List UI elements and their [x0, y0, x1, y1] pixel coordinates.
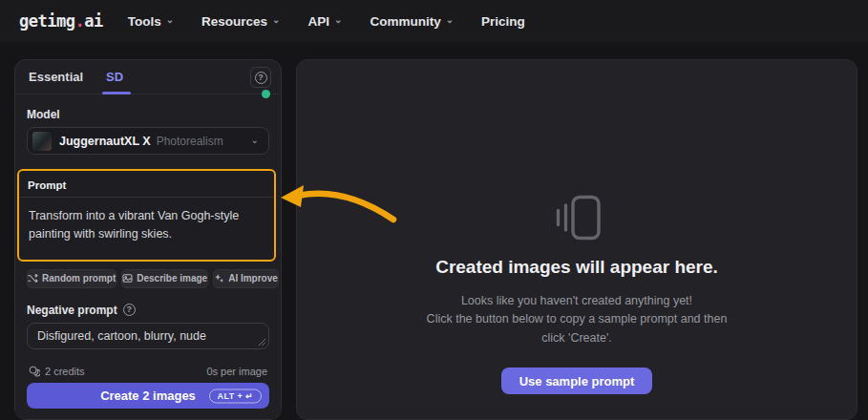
model-label: Model — [27, 108, 269, 121]
negative-prompt-label: Negative prompt — [27, 304, 117, 317]
negative-prompt-value: Disfigured, cartoon, blurry, nude — [37, 329, 206, 343]
negative-prompt-input[interactable]: Disfigured, cartoon, blurry, nude — [27, 323, 269, 349]
logo-suffix: ai — [84, 11, 102, 31]
logo-prefix: getimg — [19, 11, 74, 31]
help-icon: ? — [255, 72, 267, 84]
chevron-down-icon: ⌄ — [251, 136, 259, 145]
ai-improve-label: AI Improve — [228, 273, 278, 284]
nav-item-community[interactable]: Community ⌄ — [370, 14, 454, 29]
negative-prompt-label-row: Negative prompt ? — [27, 304, 269, 317]
tab-essential[interactable]: Essential — [29, 70, 83, 84]
chevron-down-icon: ⌄ — [334, 15, 342, 25]
use-sample-prompt-button[interactable]: Use sample prompt — [501, 368, 653, 394]
settings-tabs: Essential SD ? — [15, 60, 281, 94]
prompt-label: Prompt — [28, 179, 66, 191]
empty-state-line: click 'Create'. — [427, 329, 728, 347]
empty-state-title: Created images will appear here. — [435, 257, 718, 278]
chevron-down-icon: ⌄ — [272, 15, 280, 25]
model-thumbnail — [32, 132, 52, 151]
tab-sd[interactable]: SD — [106, 70, 123, 84]
nav-item-label: Resources — [201, 14, 267, 29]
describe-image-label: Describe image — [137, 273, 207, 284]
image-stack-icon — [552, 195, 602, 241]
nav-item-label: Community — [370, 14, 440, 29]
ai-improve-button[interactable]: AI Improve — [213, 269, 279, 288]
random-prompt-button[interactable]: Random prompt — [27, 269, 116, 288]
shuffle-icon — [28, 273, 38, 284]
empty-state-description: Looks like you haven't created anything … — [427, 292, 728, 347]
credits-info: 2 credits — [29, 366, 85, 377]
empty-state-line: Click the button below to copy a sample … — [427, 310, 728, 328]
prompt-action-buttons: Random prompt Describe image AI Improve — [27, 269, 269, 288]
model-select[interactable]: JuggernautXL X Photorealism ⌄ — [27, 127, 269, 155]
keyboard-shortcut-badge: ALT + ↵ — [209, 388, 262, 403]
chevron-down-icon: ⌄ — [446, 15, 454, 25]
chevron-down-icon: ⌄ — [166, 15, 174, 25]
prompt-highlight-annotation: Prompt Transform into a vibrant Van Gogh… — [17, 169, 276, 262]
describe-image-button[interactable]: Describe image — [121, 269, 208, 288]
logo-dot: . — [74, 11, 84, 31]
negative-prompt-section: Negative prompt ? Disfigured, cartoon, b… — [27, 304, 269, 349]
sparkles-icon — [214, 273, 224, 284]
help-icon[interactable]: ? — [123, 304, 136, 316]
panel-footer: 2 credits 0s per image Create 2 images A… — [15, 361, 281, 419]
prompt-label-row: Prompt — [19, 171, 274, 198]
nav-menu: Tools ⌄ Resources ⌄ API ⌄ Community ⌄ Pr… — [128, 14, 525, 29]
create-images-button[interactable]: Create 2 images ALT + ↵ — [27, 383, 269, 409]
random-prompt-label: Random prompt — [42, 273, 116, 284]
tab-sd-label: SD — [106, 70, 123, 84]
credits-row: 2 credits 0s per image — [27, 366, 269, 383]
nav-item-pricing[interactable]: Pricing — [481, 14, 525, 29]
model-section: Model JuggernautXL X Photorealism ⌄ — [27, 108, 269, 155]
coins-icon — [29, 366, 40, 377]
generation-settings-panel: Essential SD ? Model JuggernautXL X Phot… — [14, 59, 282, 420]
time-per-image: 0s per image — [206, 366, 267, 377]
nav-item-label: Tools — [128, 14, 161, 29]
resize-handle[interactable] — [259, 339, 265, 346]
prompt-textarea[interactable]: Transform into a vibrant Van Gogh-style … — [19, 198, 274, 260]
active-tab-underline — [102, 92, 131, 94]
logo[interactable]: getimg.ai — [19, 11, 103, 31]
nav-item-resources[interactable]: Resources ⌄ — [201, 14, 280, 29]
create-button-label: Create 2 images — [100, 388, 196, 403]
image-icon — [122, 273, 133, 284]
nav-item-label: Pricing — [481, 14, 525, 29]
panel-help-button[interactable]: ? — [250, 67, 271, 88]
empty-state-line: Looks like you haven't created anything … — [427, 292, 728, 310]
nav-item-label: API — [307, 14, 329, 29]
nav-item-tools[interactable]: Tools ⌄ — [128, 14, 174, 29]
model-name: JuggernautXL X — [59, 135, 151, 148]
nav-item-api[interactable]: API ⌄ — [307, 14, 342, 29]
results-canvas: Created images will appear here. Looks l… — [296, 59, 857, 420]
model-tag: Photorealism — [157, 135, 223, 148]
credits-count: 2 credits — [45, 366, 85, 377]
top-navbar: getimg.ai Tools ⌄ Resources ⌄ API ⌄ Comm… — [0, 0, 868, 42]
